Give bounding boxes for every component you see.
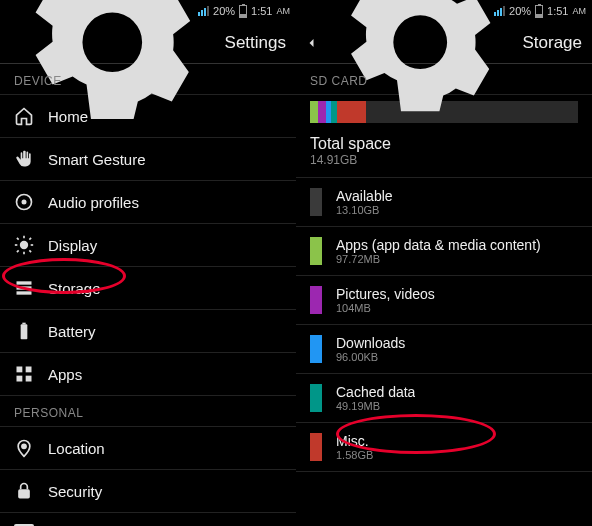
category-label: Downloads bbox=[336, 335, 405, 351]
storage-category-apps[interactable]: Apps (app data & media content)97.72MB bbox=[296, 227, 592, 276]
storage-title: Storage bbox=[522, 33, 582, 53]
svg-line-9 bbox=[29, 238, 31, 240]
sidebar-item-storage[interactable]: Storage bbox=[0, 267, 296, 310]
sidebar-item-security[interactable]: Security bbox=[0, 470, 296, 513]
storage-category-pictures[interactable]: Pictures, videos104MB bbox=[296, 276, 592, 325]
sidebar-item-apps[interactable]: Apps bbox=[0, 353, 296, 396]
category-value: 13.10GB bbox=[336, 204, 393, 216]
storage-icon bbox=[14, 278, 34, 298]
color-swatch bbox=[310, 237, 322, 265]
svg-line-10 bbox=[17, 250, 19, 252]
sidebar-item-label: Audio profiles bbox=[48, 194, 139, 211]
svg-rect-11 bbox=[17, 281, 32, 284]
sidebar-item-label: Location bbox=[48, 440, 105, 457]
bar-segment bbox=[337, 101, 366, 123]
sidebar-item-language-input[interactable]: A Language & input bbox=[0, 513, 296, 526]
svg-point-1 bbox=[22, 200, 27, 205]
category-label: Cached data bbox=[336, 384, 415, 400]
sidebar-item-label: Security bbox=[48, 483, 102, 500]
battery-icon bbox=[14, 321, 34, 341]
settings-screen: 20% 1:51 AM Settings DEVICE Home Smart G… bbox=[0, 0, 296, 526]
svg-rect-16 bbox=[17, 367, 23, 373]
sidebar-item-battery[interactable]: Battery bbox=[0, 310, 296, 353]
audio-icon bbox=[14, 192, 34, 212]
clock-time: 1:51 bbox=[547, 5, 568, 17]
category-label: Misc. bbox=[336, 433, 373, 449]
sidebar-item-label: Apps bbox=[48, 366, 82, 383]
category-value: 104MB bbox=[336, 302, 435, 314]
sidebar-item-label: Home bbox=[48, 108, 88, 125]
svg-rect-15 bbox=[22, 323, 25, 325]
color-swatch bbox=[310, 384, 322, 412]
svg-rect-18 bbox=[17, 376, 23, 382]
sidebar-item-label: Smart Gesture bbox=[48, 151, 146, 168]
svg-rect-14 bbox=[21, 324, 28, 339]
svg-point-20 bbox=[22, 444, 26, 448]
svg-line-7 bbox=[17, 238, 19, 240]
settings-title: Settings bbox=[225, 33, 286, 53]
category-value: 49.19MB bbox=[336, 400, 415, 412]
sidebar-item-location[interactable]: Location bbox=[0, 427, 296, 470]
color-swatch bbox=[310, 433, 322, 461]
storage-category-downloads[interactable]: Downloads96.00KB bbox=[296, 325, 592, 374]
svg-rect-13 bbox=[17, 291, 32, 294]
storage-screen: 20% 1:51 AM Storage SD CARD Total space … bbox=[296, 0, 592, 526]
sidebar-item-label: Storage bbox=[48, 280, 101, 297]
svg-rect-12 bbox=[17, 286, 32, 289]
settings-header: Settings bbox=[0, 22, 296, 64]
clock-ampm: AM bbox=[277, 6, 291, 16]
total-space-value: 14.91GB bbox=[310, 153, 578, 167]
bar-segment bbox=[310, 101, 318, 123]
battery-icon bbox=[535, 5, 543, 18]
back-icon[interactable] bbox=[306, 34, 318, 52]
bar-segment bbox=[318, 101, 326, 123]
clock-time: 1:51 bbox=[251, 5, 272, 17]
category-value: 96.00KB bbox=[336, 351, 405, 363]
storage-category-available[interactable]: Available13.10GB bbox=[296, 178, 592, 227]
color-swatch bbox=[310, 286, 322, 314]
sidebar-item-label: Battery bbox=[48, 323, 96, 340]
color-swatch bbox=[310, 335, 322, 363]
category-value: 1.58GB bbox=[336, 449, 373, 461]
sidebar-item-audio-profiles[interactable]: Audio profiles bbox=[0, 181, 296, 224]
storage-category-misc[interactable]: Misc.1.58GB bbox=[296, 423, 592, 472]
battery-pct: 20% bbox=[213, 5, 235, 17]
svg-rect-19 bbox=[26, 376, 32, 382]
storage-category-cached[interactable]: Cached data49.19MB bbox=[296, 374, 592, 423]
category-label: Apps (app data & media content) bbox=[336, 237, 541, 253]
sidebar-item-label: Display bbox=[48, 237, 97, 254]
category-value: 97.72MB bbox=[336, 253, 541, 265]
lock-icon bbox=[14, 481, 34, 501]
apps-icon bbox=[14, 364, 34, 384]
hand-icon bbox=[14, 149, 34, 169]
section-personal: PERSONAL bbox=[0, 396, 296, 427]
home-icon bbox=[14, 106, 34, 126]
color-swatch bbox=[310, 188, 322, 216]
display-icon bbox=[14, 235, 34, 255]
svg-line-8 bbox=[29, 250, 31, 252]
category-label: Pictures, videos bbox=[336, 286, 435, 302]
svg-rect-17 bbox=[26, 367, 32, 373]
storage-header: Storage bbox=[296, 22, 592, 64]
category-label: Available bbox=[336, 188, 393, 204]
battery-icon bbox=[239, 5, 247, 18]
sidebar-item-display[interactable]: Display bbox=[0, 224, 296, 267]
svg-rect-21 bbox=[18, 489, 30, 498]
clock-ampm: AM bbox=[573, 6, 587, 16]
svg-point-2 bbox=[20, 241, 28, 249]
location-icon bbox=[14, 438, 34, 458]
gear-icon bbox=[10, 0, 215, 145]
total-space-label: Total space bbox=[310, 135, 578, 153]
